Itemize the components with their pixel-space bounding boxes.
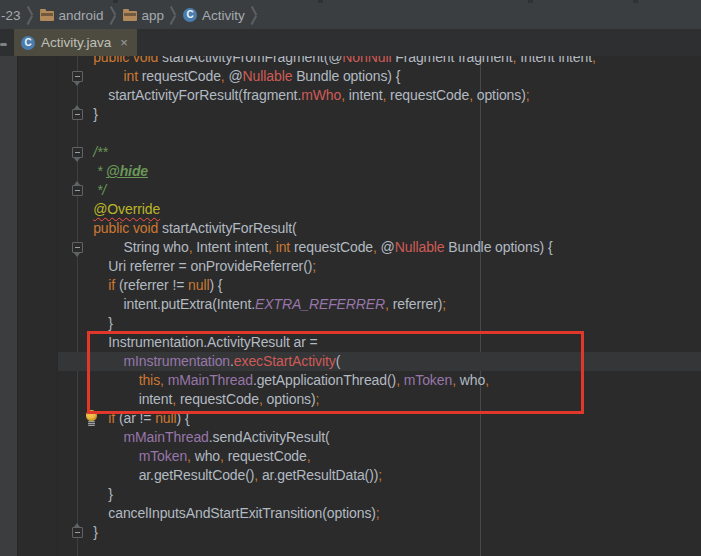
- code-token: ar.getResultCode(): [78, 467, 254, 483]
- code-token: int: [123, 68, 138, 84]
- breadcrumb-item-activity[interactable]: CActivity: [183, 8, 245, 23]
- code-token: }: [78, 486, 113, 502]
- toolbar-edge-mark: [528, 0, 533, 3]
- code-token: NonNull: [342, 56, 391, 65]
- code-token: ,: [307, 448, 311, 464]
- chevron-right-icon: [109, 6, 118, 24]
- ide-window: -23androidappCActivity C Activity.java ×…: [0, 0, 701, 556]
- code-editor[interactable]: public void startActivityFromFragment(@N…: [0, 56, 701, 556]
- fold-marker-icon[interactable]: [72, 71, 83, 82]
- code-line[interactable]: }: [58, 485, 701, 504]
- code-token: [78, 277, 108, 293]
- breadcrumb-label: -23: [1, 8, 21, 23]
- fold-marker-icon[interactable]: [72, 242, 83, 253]
- code-line[interactable]: String who, Intent intent, int requestCo…: [58, 238, 701, 257]
- code-token: Intent intent: [192, 239, 268, 255]
- code-token: EXTRA_REFERRER: [255, 296, 385, 312]
- code-line[interactable]: }: [58, 105, 701, 124]
- code-line[interactable]: [58, 124, 701, 143]
- fold-marker-icon[interactable]: [72, 147, 83, 158]
- code-token: options): [473, 87, 526, 103]
- code-token: requestCode: [224, 448, 307, 464]
- code-line[interactable]: startActivityForResult(fragment.mWho, in…: [58, 86, 701, 105]
- code-token: cancelInputsAndStartExitTransition(optio…: [78, 505, 376, 521]
- code-token: ;: [378, 467, 382, 483]
- code-token: null: [188, 277, 209, 293]
- code-token: mWho: [301, 87, 341, 103]
- code-line[interactable]: int requestCode, @Nullable Bundle option…: [58, 67, 701, 86]
- fold-marker-icon[interactable]: [72, 109, 83, 120]
- code-token: ;: [376, 505, 380, 521]
- code-line[interactable]: mToken, who, requestCode,: [58, 447, 701, 466]
- code-token: requestCode: [138, 68, 221, 84]
- code-line[interactable]: Uri referrer = onProvideReferrer();: [58, 257, 701, 276]
- code-line[interactable]: if (referrer != null) {: [58, 276, 701, 295]
- bulb-base: [88, 421, 95, 426]
- toolbar-edge-mark: [633, 0, 638, 3]
- breadcrumb-item-android[interactable]: android: [40, 8, 104, 23]
- code-token: Intent intent: [516, 56, 592, 65]
- code-token: String who: [78, 239, 189, 255]
- code-token: [78, 201, 93, 217]
- code-token: [78, 68, 123, 84]
- code-token: startActivityForResult(fragment.: [78, 87, 301, 103]
- breadcrumb-item-23[interactable]: -23: [1, 8, 21, 23]
- code-token: intent: [345, 87, 382, 103]
- code-token: public void: [93, 56, 162, 65]
- code-token: ) {: [209, 277, 222, 293]
- code-token: (referrer !=: [115, 277, 188, 293]
- code-token: Nullable: [243, 68, 293, 84]
- breadcrumb-item-app[interactable]: app: [123, 8, 165, 23]
- code-line[interactable]: }: [58, 523, 701, 542]
- code-line[interactable]: intent.putExtra(Intent.EXTRA_REFERRER, r…: [58, 295, 701, 314]
- tab-bar: C Activity.java ×: [0, 29, 701, 57]
- code-token: requestCode: [386, 87, 469, 103]
- code-token: startActivityFromFragment(@: [162, 56, 342, 65]
- code-token: ;: [312, 258, 316, 274]
- code-line[interactable]: public void startActivityForResult(: [58, 219, 701, 238]
- code-token: .sendActivityResult(: [209, 429, 330, 445]
- code-token: @Override: [93, 201, 160, 217]
- fold-marker-icon[interactable]: [72, 527, 83, 538]
- code-line[interactable]: ar.getResultCode(), ar.getResultData());: [58, 466, 701, 485]
- code-token: ;: [442, 296, 446, 312]
- code-token: mMainThread: [123, 429, 208, 445]
- code-line[interactable]: mMainThread.sendActivityResult(: [58, 428, 701, 447]
- tab-activity-java[interactable]: C Activity.java ×: [14, 29, 137, 56]
- code-token: startActivityForResult(: [162, 220, 297, 236]
- folder-icon: [123, 11, 137, 21]
- code-token: @hide: [106, 163, 148, 179]
- code-token: *: [78, 163, 106, 179]
- code-area[interactable]: public void startActivityFromFragment(@N…: [0, 56, 701, 556]
- code-token: requestCode: [290, 239, 373, 255]
- code-line[interactable]: */: [58, 181, 701, 200]
- code-token: int: [276, 239, 291, 255]
- code-line[interactable]: /**: [58, 143, 701, 162]
- toolbar-edge-mark: [113, 0, 118, 3]
- code-token: @: [377, 239, 395, 255]
- code-token: ;: [526, 87, 530, 103]
- close-icon[interactable]: ×: [120, 36, 128, 49]
- code-token: ar.getResultData()): [258, 467, 378, 483]
- breadcrumb-label: app: [142, 8, 165, 23]
- code-token: [78, 56, 93, 65]
- tab-label: Activity.java: [41, 35, 111, 50]
- code-token: who: [191, 448, 220, 464]
- chevron-right-icon: [169, 6, 178, 24]
- fold-marker-icon[interactable]: [72, 185, 83, 196]
- toolbar-edge-mark: [318, 0, 323, 3]
- annotation-highlight-box: [87, 331, 584, 414]
- code-token: Bundle options) {: [292, 68, 400, 84]
- code-line[interactable]: * @hide: [58, 162, 701, 181]
- class-icon: C: [21, 36, 35, 50]
- code-token: mToken: [139, 448, 187, 464]
- code-token: [78, 220, 93, 236]
- chevron-right-icon: [250, 6, 259, 24]
- code-line[interactable]: @Override: [58, 200, 701, 219]
- splitter-handle-icon: [0, 43, 7, 46]
- code-line[interactable]: cancelInputsAndStartExitTransition(optio…: [58, 504, 701, 523]
- code-line[interactable]: public void startActivityFromFragment(@N…: [58, 56, 701, 67]
- code-token: Uri referrer = onProvideReferrer(): [78, 258, 312, 274]
- breadcrumb-label: Activity: [202, 8, 245, 23]
- class-icon: C: [183, 8, 197, 22]
